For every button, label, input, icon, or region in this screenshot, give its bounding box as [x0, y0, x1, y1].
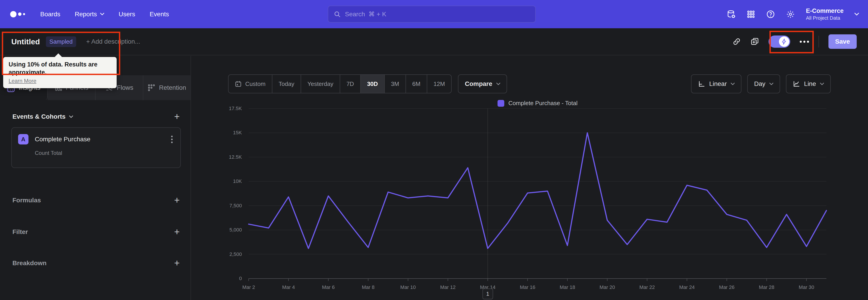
report-title[interactable]: Untitled: [11, 37, 40, 46]
range-label: Custom: [245, 81, 266, 88]
chart-panel: Custom Today Yesterday 7D 30D 3M 6M 12M …: [191, 56, 868, 300]
mixpanel-logo-icon[interactable]: [10, 11, 32, 18]
calendar-icon: [235, 81, 242, 87]
range-label: 3M: [391, 81, 399, 88]
project-subtitle: All Project Data: [806, 15, 844, 21]
add-formula-button[interactable]: +: [174, 196, 180, 205]
event-card[interactable]: A Complete Purchase Count Total: [11, 127, 181, 168]
chevron-down-icon: [770, 83, 773, 85]
chevron-down-icon: [100, 13, 104, 16]
chart-canvas: [249, 109, 827, 281]
range-6m[interactable]: 6M: [406, 75, 427, 93]
apps-grid-icon[interactable]: [747, 10, 755, 19]
sampling-tooltip: Using 10% of data. Results are approxima…: [3, 57, 117, 88]
project-selector[interactable]: E-Commerce All Project Data: [806, 7, 844, 21]
x-axis-label: Mar 22: [640, 284, 655, 290]
tab-label: Retention: [159, 84, 186, 91]
more-icon[interactable]: [800, 41, 809, 43]
range-7d[interactable]: 7D: [340, 75, 361, 93]
data-management-icon[interactable]: [727, 10, 736, 19]
range-3m[interactable]: 3M: [385, 75, 406, 93]
x-axis-label: Mar 8: [362, 284, 375, 290]
formulas-header: Formulas: [12, 197, 41, 204]
nav-item-boards[interactable]: Boards: [40, 11, 60, 18]
events-cohorts-header[interactable]: Events & Cohorts: [12, 113, 73, 120]
range-label: Yesterday: [307, 81, 333, 88]
filter-header: Filter: [12, 228, 28, 236]
chart-type-dropdown[interactable]: Line: [786, 74, 831, 93]
add-to-board-icon[interactable]: [750, 37, 759, 46]
series-letter-badge: A: [18, 134, 29, 145]
settings-gear-icon[interactable]: [786, 10, 795, 19]
y-axis-label: 7,500: [229, 203, 242, 209]
add-event-button[interactable]: +: [174, 112, 180, 121]
search-icon: [334, 10, 341, 18]
tooltip-text: Using 10% of data. Results are approxima…: [8, 61, 111, 77]
project-name: E-Commerce: [806, 7, 844, 15]
event-options-icon[interactable]: [170, 134, 174, 145]
y-axis-label: 2,500: [229, 251, 242, 257]
pagination-page-button[interactable]: 1: [483, 289, 493, 299]
nav-item-label: Users: [119, 11, 135, 18]
range-label: 12M: [434, 81, 445, 88]
range-12m[interactable]: 12M: [427, 75, 452, 93]
nav-item-label: Reports: [75, 11, 97, 18]
range-label: 6M: [412, 81, 421, 88]
nav-item-reports[interactable]: Reports: [75, 11, 104, 18]
range-yesterday[interactable]: Yesterday: [301, 75, 340, 93]
scale-label: Linear: [709, 80, 727, 88]
add-filter-button[interactable]: +: [174, 227, 180, 237]
y-axis-label: 10K: [233, 178, 242, 184]
interval-label: Day: [754, 80, 765, 88]
linear-scale-icon: [698, 80, 705, 88]
add-description-button[interactable]: + Add description...: [86, 38, 140, 45]
nav-item-label: Events: [150, 11, 169, 18]
tab-retention[interactable]: Retention: [143, 75, 191, 100]
nav-item-users[interactable]: Users: [119, 11, 135, 18]
x-axis-label: Mar 20: [599, 284, 615, 290]
line-chart[interactable]: 02,5005,0007,50010K12.5K15K17.5K Mar 2Ma…: [249, 109, 827, 278]
x-axis-label: Mar 4: [282, 284, 295, 290]
toggle-knob: [779, 36, 789, 47]
link-icon[interactable]: [733, 37, 741, 46]
x-axis-label: Mar 28: [759, 284, 774, 290]
chevron-down-icon: [69, 116, 73, 118]
nav-item-label: Boards: [40, 11, 60, 18]
line-chart-icon: [793, 80, 800, 88]
range-label: 7D: [346, 81, 354, 88]
global-search[interactable]: [328, 6, 536, 23]
scale-dropdown[interactable]: Linear: [691, 74, 741, 93]
chevron-down-icon: [855, 13, 859, 16]
chart-legend[interactable]: Complete Purchase - Total: [249, 100, 827, 107]
sampled-badge[interactable]: Sampled: [46, 36, 76, 47]
learn-more-link[interactable]: Learn More: [8, 78, 36, 84]
breakdown-header: Breakdown: [12, 260, 46, 267]
help-icon[interactable]: [766, 10, 775, 19]
report-toolbar: Untitled Sampled + Add description...: [0, 28, 868, 55]
save-button[interactable]: Save: [829, 34, 857, 49]
y-axis-label: 5,000: [229, 227, 242, 233]
event-name[interactable]: Complete Purchase: [35, 136, 90, 143]
x-axis-label: Mar 26: [719, 284, 735, 290]
range-today[interactable]: Today: [272, 75, 301, 93]
search-input[interactable]: [345, 11, 530, 18]
chevron-down-icon: [731, 83, 735, 85]
interval-dropdown[interactable]: Day: [747, 74, 780, 93]
range-30d[interactable]: 30D: [361, 75, 385, 93]
y-axis-label: 15K: [233, 130, 242, 136]
add-breakdown-button[interactable]: +: [174, 259, 180, 268]
y-axis-label: 0: [239, 276, 242, 281]
x-axis-label: Mar 30: [799, 284, 814, 290]
sampling-toggle[interactable]: [769, 35, 790, 48]
compare-button[interactable]: Compare: [458, 74, 507, 93]
x-axis-label: Mar 6: [322, 284, 335, 290]
y-axis-label: 12.5K: [229, 154, 242, 160]
chevron-down-icon: [820, 83, 824, 85]
legend-swatch: [498, 100, 504, 107]
nav-item-events[interactable]: Events: [150, 11, 169, 18]
x-axis-label: Mar 2: [242, 284, 255, 290]
event-aggregation[interactable]: Count Total: [35, 150, 174, 156]
range-custom[interactable]: Custom: [228, 75, 272, 93]
retention-icon: [148, 84, 155, 92]
x-axis-label: Mar 18: [560, 284, 575, 290]
